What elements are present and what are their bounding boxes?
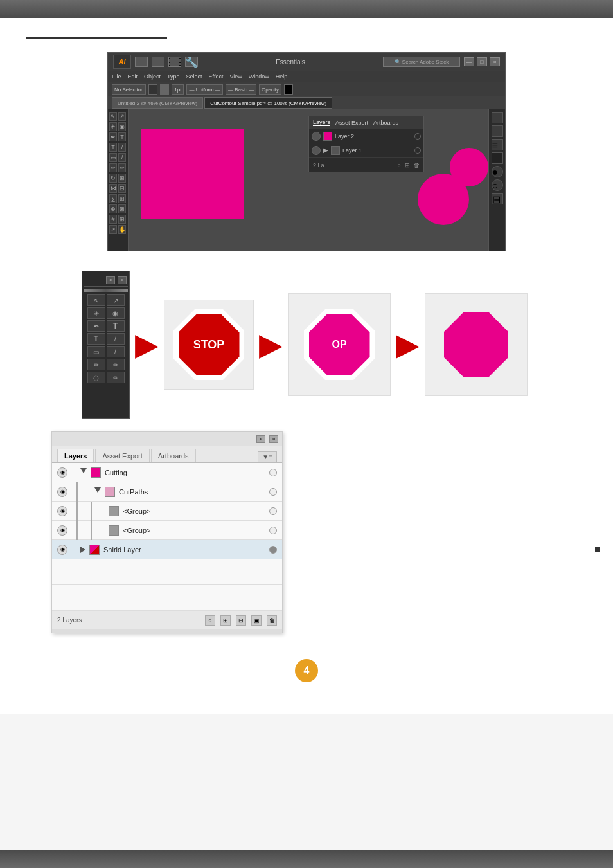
mini-type2-tool[interactable]: T xyxy=(87,333,105,345)
footer-icon-minus[interactable]: ⊟ xyxy=(236,615,246,626)
lpl-tab-asset-export[interactable]: Asset Export xyxy=(95,449,149,462)
rect-tool[interactable]: ▭ xyxy=(109,153,117,162)
mini-direct-tool[interactable]: ↗ xyxy=(107,294,125,306)
rotate-tool[interactable]: ↻ xyxy=(109,174,117,183)
menu-object[interactable]: Object xyxy=(144,73,161,80)
type-tool[interactable]: T xyxy=(118,132,126,141)
symbol-tool[interactable]: # xyxy=(109,215,117,224)
hand-tool[interactable]: ✋ xyxy=(118,225,126,234)
mini-slash2-tool[interactable]: / xyxy=(107,346,125,357)
scale-tool[interactable]: ⊞ xyxy=(118,174,126,183)
direct-select-tool[interactable]: ↗ xyxy=(118,112,126,121)
mini-close-btn[interactable]: × xyxy=(118,276,127,284)
asset-export-tab[interactable]: Asset Export xyxy=(335,120,368,126)
brush-tool[interactable]: ✏ xyxy=(118,163,126,172)
stroke-swatch[interactable] xyxy=(160,84,169,95)
ai-btn-1[interactable] xyxy=(135,57,148,67)
measure-tool[interactable]: ⊠ xyxy=(118,204,126,213)
ai-close-btn[interactable]: × xyxy=(490,57,500,66)
group1-target[interactable] xyxy=(269,507,277,515)
group1-eye[interactable]: ◉ xyxy=(57,506,67,516)
lpl-tab-artboards[interactable]: Artboards xyxy=(151,449,196,462)
mini-fill-tool[interactable]: ✏ xyxy=(107,372,125,383)
cutpaths-expand[interactable] xyxy=(94,487,101,496)
cutting-expand[interactable] xyxy=(80,468,87,476)
ai-btn-4[interactable]: 🔧 xyxy=(185,57,198,67)
mini-eraser-tool[interactable]: ◌ xyxy=(87,372,105,383)
lpl-row-group2[interactable]: ◉ <Group> xyxy=(52,521,282,540)
mini-type-tool[interactable]: T xyxy=(107,320,125,332)
footer-icon-page[interactable]: ▣ xyxy=(251,615,262,626)
layer-2-eye[interactable] xyxy=(312,132,321,141)
pen-tool[interactable]: ✒ xyxy=(109,132,117,141)
ai-btn-3[interactable]: ⋮⋮ xyxy=(168,57,181,67)
footer-icon-circle[interactable]: ○ xyxy=(205,615,215,626)
footer-icon-trash[interactable]: 🗑 xyxy=(267,615,277,626)
basic-btn[interactable]: — Basic — xyxy=(226,84,256,95)
artboards-tab[interactable]: Artboards xyxy=(373,120,398,126)
right-icon-6[interactable]: ○ xyxy=(492,179,503,191)
layer-1-target[interactable] xyxy=(414,147,421,154)
mini-collapse-btn[interactable]: « xyxy=(106,276,115,284)
opacity-btn[interactable]: Opacity xyxy=(259,84,281,95)
fill-swatch[interactable] xyxy=(148,84,157,95)
uniform-btn[interactable]: — Uniform — xyxy=(186,84,222,95)
lpl-panel-menu[interactable]: ▼≡ xyxy=(258,451,277,462)
lpl-tab-layers[interactable]: Layers xyxy=(57,449,94,462)
layer-1-expand[interactable]: ▶ xyxy=(323,147,328,154)
stroke-weight[interactable]: 1pt xyxy=(172,84,184,95)
lpl-row-group1[interactable]: ◉ <Group> xyxy=(52,502,282,521)
delete-layer-btn[interactable]: 🗑 xyxy=(414,162,420,168)
lpl-collapse-btn[interactable]: « xyxy=(256,435,265,443)
menu-edit[interactable]: Edit xyxy=(128,73,138,80)
layer-1-eye[interactable] xyxy=(312,146,321,155)
menu-view[interactable]: View xyxy=(229,73,242,80)
mini-slash-tool[interactable]: / xyxy=(107,333,125,345)
magic-wand-tool[interactable]: ✳ xyxy=(109,122,117,131)
ai-btn-2[interactable] xyxy=(152,57,164,67)
line-tool[interactable]: T xyxy=(109,143,117,152)
menu-type[interactable]: Type xyxy=(167,73,180,80)
lpl-close-btn[interactable]: × xyxy=(269,435,278,443)
mesh-tool[interactable]: ⊞ xyxy=(118,194,126,203)
right-icon-4[interactable] xyxy=(492,152,503,164)
mini-pen-tool[interactable]: ✒ xyxy=(87,320,105,332)
cutpaths-eye[interactable]: ◉ xyxy=(57,487,67,497)
ai-tab-untitled[interactable]: Untitled-2 @ 46% (CMYK/Preview) xyxy=(112,97,203,109)
cutpaths-target[interactable] xyxy=(269,488,277,496)
group2-eye[interactable]: ◉ xyxy=(57,525,67,536)
shield-expand[interactable] xyxy=(80,547,85,553)
gradient-tool[interactable]: ∑ xyxy=(109,194,117,203)
lpl-row-shield[interactable]: ◉ Shirld Layer xyxy=(52,540,282,559)
right-icon-7[interactable]: ⊟ xyxy=(492,193,503,204)
mini-pencil-tool[interactable]: ✏ xyxy=(87,359,105,370)
ai-tab-sample[interactable]: CutContour Sample.pdf* @ 100% (CMYK/Prev… xyxy=(204,97,332,109)
layers-tab-active[interactable]: Layers xyxy=(313,119,330,126)
layer-2-target[interactable] xyxy=(414,133,421,140)
graph-tool[interactable]: ⊞ xyxy=(118,215,126,224)
slice-tool[interactable]: ↗ xyxy=(109,225,117,234)
cutting-target[interactable] xyxy=(269,469,277,476)
column-tool[interactable]: ⊟ xyxy=(118,184,126,193)
ai-minimize-btn[interactable]: — xyxy=(464,57,474,66)
mini-arrow-tool[interactable]: ↖ xyxy=(87,294,105,306)
arrow-tool[interactable]: ↖ xyxy=(109,112,117,121)
right-icon-3[interactable]: ≡ xyxy=(492,139,503,150)
ellipse-tool[interactable]: / xyxy=(118,153,126,162)
ai-restore-btn[interactable]: □ xyxy=(477,57,487,66)
shield-target[interactable] xyxy=(269,546,277,554)
mini-magic-tool[interactable]: ✳ xyxy=(87,307,105,319)
menu-file[interactable]: File xyxy=(112,73,121,80)
cutting-eye[interactable]: ◉ xyxy=(57,467,67,478)
lpl-resize-handle[interactable]: · · · · · · · xyxy=(52,629,282,633)
lpl-row-cutting[interactable]: ◉ Cutting xyxy=(52,463,282,482)
arc-tool[interactable]: / xyxy=(118,143,126,152)
group2-target[interactable] xyxy=(269,527,277,534)
menu-effect[interactable]: Effect xyxy=(209,73,224,80)
style-swatch[interactable] xyxy=(284,84,293,95)
mini-rect-tool[interactable]: ▭ xyxy=(87,346,105,357)
menu-help[interactable]: Help xyxy=(276,73,288,80)
right-icon-2[interactable] xyxy=(492,125,503,137)
new-layer-btn[interactable]: ○ xyxy=(398,162,401,168)
ai-search-box[interactable]: 🔍 Search Adobe Stock xyxy=(383,57,460,67)
